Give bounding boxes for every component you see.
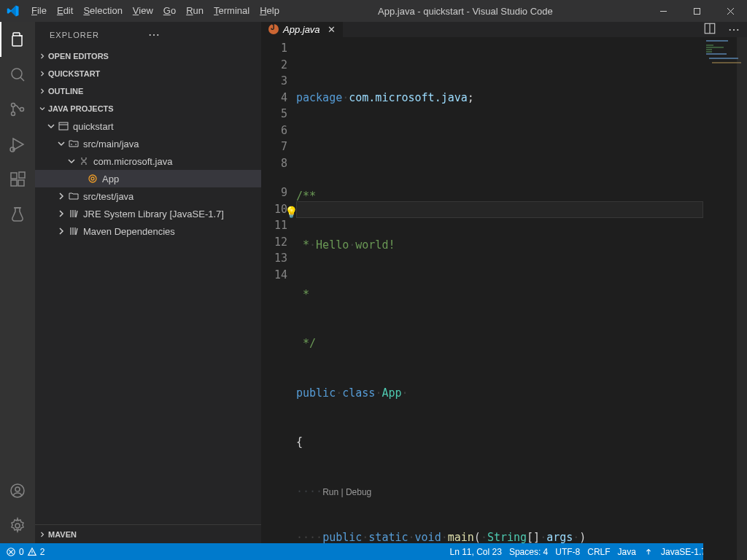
close-button[interactable]	[713, 0, 747, 22]
java-projects-tree: quickstart src/main/java com.microsoft.j…	[35, 117, 261, 240]
sidebar-more-icon[interactable]: ⋯	[148, 28, 247, 42]
project-icon	[57, 120, 70, 132]
tree-package[interactable]: com.microsoft.java	[35, 152, 261, 170]
tree-maven-deps[interactable]: Maven Dependencies	[35, 222, 261, 240]
status-problems[interactable]: 0 2	[6, 547, 44, 557]
maximize-button[interactable]	[680, 0, 713, 22]
svg-rect-4	[12, 36, 22, 46]
editor-area: App.java ✕ ⋯ src main java com microsoft…	[261, 22, 747, 543]
title-bar: File Edit Selection View Go Run Terminal…	[0, 0, 747, 22]
svg-rect-12	[11, 180, 17, 186]
library-icon	[67, 208, 80, 219]
svg-rect-13	[18, 180, 24, 186]
tree-class-app[interactable]: App	[35, 170, 261, 187]
svg-point-18	[15, 524, 20, 528]
svg-point-24	[91, 177, 94, 180]
svg-line-32	[76, 228, 77, 235]
vscode-logo	[0, 4, 26, 18]
svg-point-7	[12, 104, 15, 107]
section-outline[interactable]: OUTLINE	[35, 82, 261, 100]
window-title: App.java - quickstart - Visual Studio Co…	[285, 6, 646, 17]
code-editor[interactable]: 1234567891011121314 💡 package·com.micros…	[261, 37, 747, 560]
library-icon	[67, 225, 80, 237]
sidebar-explorer: EXPLORER ⋯ OPEN EDITORS QUICKSTART OUTLI…	[35, 22, 261, 543]
split-editor-icon[interactable]	[703, 22, 716, 37]
section-open-editors[interactable]: OPEN EDITORS	[35, 47, 261, 65]
svg-line-28	[76, 211, 77, 217]
activity-testing[interactable]	[0, 197, 35, 232]
tree-jre-library[interactable]: JRE System Library [JavaSE-1.7]	[35, 205, 261, 222]
activity-source-control[interactable]	[0, 92, 35, 127]
class-icon	[86, 173, 99, 184]
tree-src-test[interactable]: src/test/java	[35, 187, 261, 205]
sidebar-title: EXPLORER ⋯	[35, 22, 261, 47]
source-folder-icon	[67, 138, 80, 149]
activity-settings[interactable]	[0, 508, 35, 543]
activity-accounts[interactable]	[0, 473, 35, 508]
svg-line-6	[20, 77, 24, 81]
activity-search[interactable]	[0, 57, 35, 92]
line-gutter: 1234567891011121314 💡	[261, 37, 296, 560]
menu-go[interactable]: Go	[158, 0, 181, 22]
menu-terminal[interactable]: Terminal	[209, 0, 255, 22]
svg-point-23	[89, 175, 96, 182]
menu-edit[interactable]: Edit	[52, 0, 78, 22]
activity-extensions[interactable]	[0, 162, 35, 197]
vertical-scrollbar[interactable]	[737, 37, 747, 560]
minimize-button[interactable]	[646, 0, 680, 22]
svg-point-5	[12, 69, 22, 79]
menu-help[interactable]: Help	[255, 0, 285, 22]
java-file-icon	[268, 24, 279, 34]
svg-point-9	[20, 108, 24, 112]
menu-bar: File Edit Selection View Go Run Terminal…	[26, 0, 285, 22]
svg-rect-1	[694, 8, 700, 14]
section-java-projects[interactable]: JAVA PROJECTS	[35, 100, 261, 117]
source-folder-icon	[67, 190, 80, 202]
codelens-run-debug[interactable]: Run | Debug	[322, 487, 371, 497]
tab-app-java[interactable]: App.java ✕	[261, 22, 343, 37]
svg-rect-19	[59, 122, 68, 130]
svg-point-17	[15, 487, 20, 491]
package-icon	[77, 155, 90, 167]
menu-view[interactable]: View	[128, 0, 158, 22]
tree-project[interactable]: quickstart	[35, 117, 261, 135]
menu-run[interactable]: Run	[181, 0, 209, 22]
activity-run-debug[interactable]	[0, 127, 35, 162]
svg-rect-14	[19, 172, 25, 178]
menu-file[interactable]: File	[26, 0, 52, 22]
activity-bar	[0, 22, 35, 543]
tree-src-main[interactable]: src/main/java	[35, 135, 261, 152]
activity-explorer[interactable]	[0, 22, 35, 57]
editor-tabs: App.java ✕ ⋯	[261, 22, 747, 37]
svg-point-8	[12, 112, 15, 116]
section-quickstart[interactable]: QUICKSTART	[35, 65, 261, 82]
window-controls	[646, 0, 747, 22]
section-maven[interactable]: MAVEN	[35, 524, 261, 543]
svg-rect-11	[11, 173, 17, 179]
tab-close-icon[interactable]: ✕	[328, 24, 336, 35]
menu-selection[interactable]: Selection	[78, 0, 127, 22]
editor-more-icon[interactable]: ⋯	[728, 23, 740, 36]
